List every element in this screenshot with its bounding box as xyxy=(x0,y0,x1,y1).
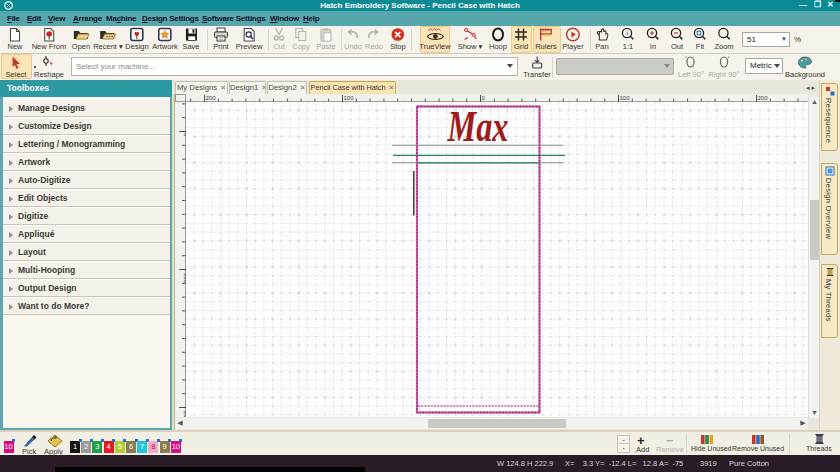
svg-text:200: 200 xyxy=(758,95,769,101)
svg-text:200: 200 xyxy=(206,95,217,101)
svg-text:i: i xyxy=(626,30,628,36)
svg-text:100: 100 xyxy=(620,95,631,101)
svg-text:100: 100 xyxy=(344,95,355,101)
svg-text:Max: Max xyxy=(447,102,509,151)
